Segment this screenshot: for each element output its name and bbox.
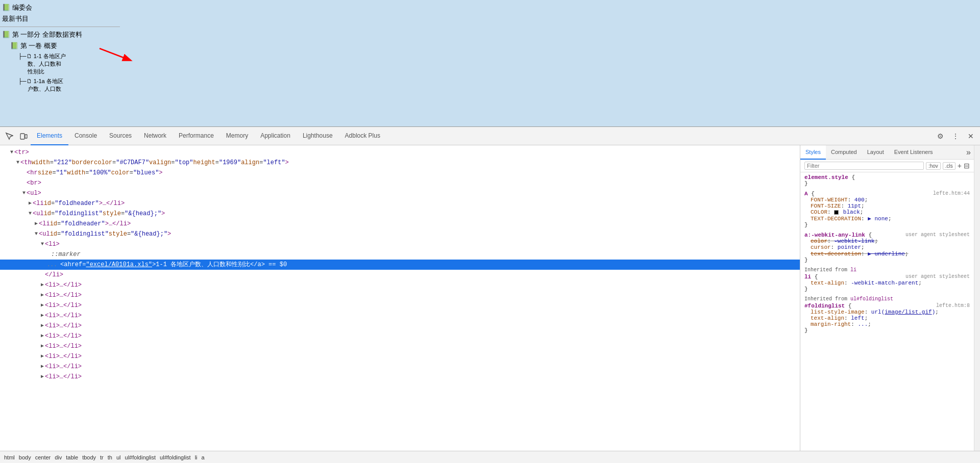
dom-panel[interactable]: <tr> <th width="212" bordercolor="#C7DAF…: [0, 145, 800, 451]
styles-panel: Styles Computed Layout Event Listeners »…: [800, 145, 974, 451]
styles-content: element.style { } A { lefte.htm:44 FONT-…: [800, 172, 974, 451]
style-rule-A: A { lefte.htm:44 FONT-WEIGHT: 400; FONT-…: [804, 191, 970, 228]
inherited-ul-selector[interactable]: ul#foldinglist: [850, 296, 893, 302]
dom-line-li-2[interactable]: <li>…</li>: [0, 280, 800, 290]
expand-styles-icon[interactable]: »: [963, 145, 974, 159]
settings-icon[interactable]: ⚙: [933, 129, 947, 143]
annotation-arrow-1: [97, 46, 138, 66]
style-source-foldinglist[interactable]: lefte.htm:8: [936, 303, 970, 308]
dom-line-ul[interactable]: <ul>: [0, 188, 800, 198]
triangle-th[interactable]: [16, 158, 19, 167]
styles-filter-input[interactable]: [804, 162, 924, 170]
svg-rect-3: [25, 135, 27, 138]
breadcrumb-ul[interactable]: ul: [116, 454, 121, 460]
tab-memory[interactable]: Memory: [220, 127, 254, 145]
dom-line-li-3[interactable]: <li>…</li>: [0, 290, 800, 300]
inspect-icon[interactable]: [2, 129, 16, 143]
breadcrumb-html[interactable]: html: [4, 454, 15, 460]
more-options-icon[interactable]: ⋮: [948, 129, 963, 143]
devtools-body: <tr> <th width="212" bordercolor="#C7DAF…: [0, 145, 980, 451]
triangle-li1[interactable]: [29, 199, 32, 208]
close-devtools-icon[interactable]: ✕: [964, 129, 978, 143]
hov-filter-button[interactable]: :hov: [926, 162, 941, 170]
breadcrumb-div[interactable]: div: [55, 454, 62, 460]
color-swatch-black: [834, 210, 839, 215]
breadcrumb-body[interactable]: body: [19, 454, 31, 460]
tab-console[interactable]: Console: [68, 127, 103, 145]
dom-line-tr[interactable]: <tr>: [0, 147, 800, 158]
dom-line-ul-folding1[interactable]: <ul id="foldinglist" style="&{head};" >: [0, 209, 800, 219]
dom-line-li-fold2[interactable]: <li id="foldheader" >…</li>: [0, 219, 800, 229]
dom-line-li-6[interactable]: <li>…</li>: [0, 321, 800, 331]
breadcrumb-center[interactable]: center: [35, 454, 51, 460]
breadcrumb-table[interactable]: table: [66, 454, 78, 460]
book-icon-4: 📗: [10, 42, 18, 49]
breadcrumb-ul-foldinglist1[interactable]: ul#foldinglist: [125, 454, 156, 460]
dom-line-li-10[interactable]: <li>…</li>: [0, 362, 800, 372]
tree-item-1[interactable]: 📗 编委会: [0, 2, 120, 13]
tab-sources[interactable]: Sources: [103, 127, 138, 145]
style-rule-webkit-link: a:-webkit-any-link { user agent styleshe…: [804, 232, 970, 263]
tab-network[interactable]: Network: [138, 127, 173, 145]
user-agent-label-li: user agent stylesheet: [905, 274, 970, 279]
tab-performance[interactable]: Performance: [173, 127, 220, 145]
inherited-from-li: Inherited from li: [804, 267, 970, 273]
breadcrumb-tbody[interactable]: tbody: [82, 454, 96, 460]
tab-application[interactable]: Application: [254, 127, 297, 145]
triangle-li-open[interactable]: [41, 240, 44, 249]
tree-item-3[interactable]: 📗 第 一部分 全部数据资料: [0, 29, 120, 40]
tab-computed[interactable]: Computed: [826, 145, 862, 160]
inherited-li-selector[interactable]: li: [850, 267, 856, 273]
cls-filter-button[interactable]: .cls: [943, 162, 955, 170]
dom-line-li-fold1[interactable]: <li id="foldheader" >…</li>: [0, 198, 800, 209]
doc-icon-5: 🗋: [27, 53, 32, 59]
svg-line-0: [100, 48, 130, 60]
triangle-ul[interactable]: [22, 189, 26, 198]
dom-line-li-open[interactable]: <li>: [0, 239, 800, 249]
triangle-li2[interactable]: [35, 219, 38, 228]
dom-line-marker[interactable]: ▶ ::marker: [0, 249, 800, 260]
dom-line-li-9[interactable]: <li>…</li>: [0, 351, 800, 362]
user-agent-label: user agent stylesheet: [905, 232, 970, 238]
tree-item-6[interactable]: ├─🗋 1-1a 各地区 户数、人口数: [0, 76, 120, 94]
devtools-toolbar: Elements Console Sources Network Perform…: [0, 127, 980, 145]
dom-line-li-5[interactable]: <li>…</li>: [0, 311, 800, 321]
breadcrumb-a[interactable]: a: [202, 454, 205, 460]
doc-icon-6: 🗋: [27, 78, 32, 84]
breadcrumb-tr[interactable]: tr: [100, 454, 104, 460]
dom-line-th[interactable]: <th width="212" bordercolor="#C7DAF7" va…: [0, 158, 800, 168]
book-icon-3: 📗: [2, 31, 10, 38]
dom-line-li-11[interactable]: <li>…</li>: [0, 372, 800, 382]
tab-event-listeners[interactable]: Event Listeners: [889, 145, 938, 160]
dom-line-a-selected[interactable]: ... ▶ <a href="excel/A0101a.xls" >1-1 各地…: [0, 260, 800, 270]
tab-layout[interactable]: Layout: [862, 145, 889, 160]
dom-line-ul-folding2[interactable]: <ul id="foldinglist" style="&{head};" >: [0, 229, 800, 239]
dom-line-hr[interactable]: ▶ <hr size="1" width="100%" color="blues…: [0, 168, 800, 178]
tab-adblock[interactable]: Adblock Plus: [339, 127, 386, 145]
triangle-ulf2[interactable]: [35, 229, 38, 239]
dom-line-li-close[interactable]: ▶ </li>: [0, 270, 800, 280]
device-toolbar-icon[interactable]: [16, 129, 31, 143]
triangle-tr[interactable]: [10, 148, 13, 157]
breadcrumb-th[interactable]: th: [108, 454, 112, 460]
style-source-A[interactable]: lefte.htm:44: [933, 191, 970, 196]
dom-ellipsis: ...: [47, 260, 56, 269]
dom-line-li-8[interactable]: <li>…</li>: [0, 341, 800, 351]
styles-scrollbar[interactable]: [974, 145, 980, 451]
tab-lighthouse[interactable]: Lighthouse: [297, 127, 339, 145]
breadcrumb-li[interactable]: li: [195, 454, 198, 460]
tree-item-2[interactable]: 最新书目: [0, 13, 120, 24]
add-style-button[interactable]: +: [958, 162, 962, 170]
tab-styles[interactable]: Styles: [800, 145, 826, 160]
triangle-ulf1[interactable]: [29, 209, 32, 218]
tab-elements[interactable]: Elements: [31, 127, 68, 145]
book-icon-1: 📗: [2, 4, 10, 11]
dom-line-br[interactable]: ▶ <br>: [0, 178, 800, 188]
dom-line-li-4[interactable]: <li>…</li>: [0, 300, 800, 311]
devtools-toolbar-right: ⚙ ⋮ ✕: [933, 129, 978, 143]
breadcrumb-ul-foldinglist2[interactable]: ul#foldinglist: [160, 454, 191, 460]
style-rule-element: element.style { }: [804, 174, 970, 187]
dom-line-li-7[interactable]: <li>…</li>: [0, 331, 800, 341]
collapse-styles-button[interactable]: ⊟: [964, 162, 970, 170]
breadcrumb-bar: html body center div table tbody tr th u…: [0, 451, 980, 463]
